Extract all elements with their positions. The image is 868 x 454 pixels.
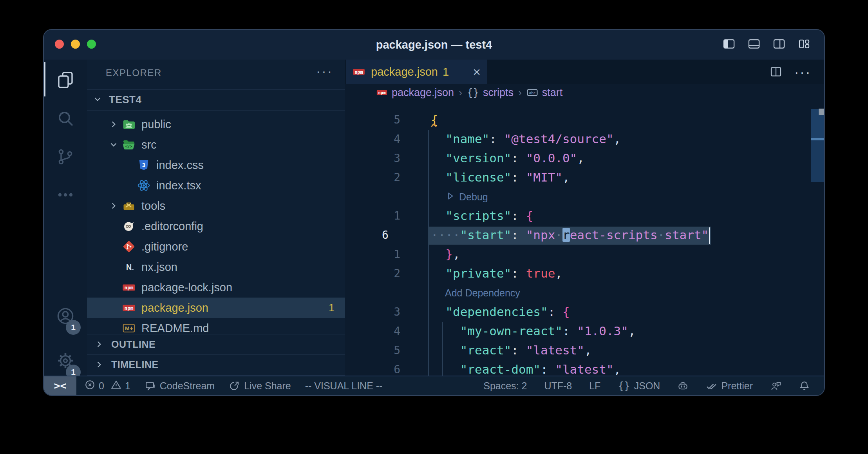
activity-bar-settings[interactable]: 1 — [44, 343, 87, 380]
chevron-right-icon — [108, 119, 122, 129]
code-line[interactable]: 2 "private": true, — [345, 264, 824, 283]
status-item-eol[interactable]: LF — [589, 380, 600, 392]
code-editor[interactable]: 5{^4 "name": "@test4/source",3 "version"… — [345, 101, 824, 376]
timeline-section[interactable]: TIMELINE — [87, 354, 345, 376]
line-number[interactable]: 6 — [368, 363, 400, 376]
line-number[interactable]: 1 — [368, 248, 400, 261]
codelens-debug[interactable]: Debug — [345, 187, 824, 207]
line-number[interactable]: 1 — [368, 209, 400, 222]
line-number[interactable]: 3 — [368, 305, 400, 318]
code-line[interactable]: 2 "license": "MIT", — [345, 168, 824, 187]
split-editor-icon[interactable] — [770, 60, 782, 84]
tree-item-editorconfig[interactable]: .editorconfig — [87, 216, 345, 236]
status-item-language-mode[interactable]: {}JSON — [618, 380, 660, 392]
file-name: src — [141, 138, 157, 151]
close-window-button[interactable] — [55, 40, 64, 49]
status-label: UTF-8 — [544, 380, 572, 392]
customize-layout-icon[interactable] — [797, 37, 811, 52]
codelens-add-dependency[interactable]: Add Dependency — [345, 283, 824, 303]
git-icon — [122, 240, 136, 254]
line-number[interactable]: 6 — [382, 229, 429, 242]
remote-indicator[interactable]: >< — [44, 376, 76, 395]
status-item-notifications[interactable] — [799, 380, 810, 392]
tree-item-gitignore[interactable]: .gitignore — [87, 236, 345, 257]
close-tab-icon[interactable]: × — [473, 65, 481, 78]
search-icon — [56, 109, 75, 129]
status-item-indentation[interactable]: Spaces: 2 — [483, 380, 527, 392]
tree-item-index-css[interactable]: 3index.css — [87, 155, 345, 175]
code-line[interactable]: 3 "dependencies": { — [345, 303, 824, 322]
code-line[interactable]: 4 "name": "@test4/source", — [345, 130, 824, 149]
status-item-vim-mode[interactable]: -- VISUAL LINE -- — [305, 380, 383, 392]
svg-text:abc: abc — [529, 91, 535, 95]
modified-count-badge: 1 — [329, 302, 335, 314]
status-item-formatter[interactable]: Prettier — [706, 380, 753, 392]
line-number[interactable]: 5 — [368, 344, 400, 357]
tree-item-tools[interactable]: tools — [87, 196, 345, 216]
tree-item-package-lock-json[interactable]: npmpackage-lock.json — [87, 277, 345, 298]
tab-package-json[interactable]: npm package.json 1 × — [346, 60, 487, 84]
file-tree: public</>src3index.cssindex.tsxtools.edi… — [87, 114, 345, 334]
code-line[interactable]: 6····"start": "npx·react-scripts·start" — [345, 226, 824, 245]
code-line[interactable]: 1 }, — [345, 245, 824, 264]
explorer-more-actions-icon[interactable]: ··· — [316, 64, 333, 79]
line-number[interactable]: 2 — [368, 171, 400, 184]
file-name: package.json — [141, 301, 208, 314]
nx-icon: N — [122, 260, 136, 274]
zoom-window-button[interactable] — [87, 40, 96, 49]
line-number[interactable]: 4 — [368, 325, 400, 338]
project-section-header[interactable]: TEST4 — [87, 89, 345, 111]
breadcrumb-package-json[interactable]: npmpackage.json — [376, 87, 454, 99]
tree-item-public[interactable]: public — [87, 114, 345, 134]
svg-text:M: M — [125, 325, 129, 331]
split-editor-layout-icon[interactable] — [772, 37, 786, 52]
toggle-panel-icon[interactable] — [747, 37, 761, 52]
file-name: index.tsx — [156, 179, 201, 192]
outline-section[interactable]: OUTLINE — [87, 334, 345, 355]
code-line[interactable]: 3 "version": "0.0.0", — [345, 149, 824, 168]
code-line[interactable]: 5 "react": "latest", — [345, 341, 824, 360]
editor-more-actions-icon[interactable]: ··· — [794, 60, 811, 84]
tree-item-nx-json[interactable]: Nnx.json — [87, 257, 345, 277]
code-line[interactable]: 4 "my-own-react": "1.0.3", — [345, 322, 824, 341]
breadcrumb-scripts[interactable]: {}scripts — [467, 87, 514, 99]
toggle-sidebar-icon[interactable] — [722, 37, 736, 52]
chevron-down-icon — [92, 94, 103, 106]
tree-item-readme-md[interactable]: MREADME.md — [87, 318, 345, 334]
status-item-live-share[interactable]: Live Share — [229, 380, 291, 392]
activity-bar-search[interactable] — [44, 100, 87, 138]
line-number[interactable]: 5 — [368, 113, 400, 126]
code-line[interactable]: 5{^ — [345, 111, 824, 130]
activity-bar-source-control[interactable] — [44, 139, 87, 176]
line-number[interactable]: 4 — [368, 133, 400, 145]
status-label: CodeStream — [160, 380, 215, 392]
status-item-encoding[interactable]: UTF-8 — [544, 380, 572, 392]
line-number[interactable]: 2 — [368, 267, 400, 280]
section-label: OUTLINE — [111, 339, 156, 350]
status-item-problems[interactable]: 01 — [84, 379, 130, 393]
scrollbar-thumb[interactable] — [811, 140, 824, 182]
status-item-codestream[interactable]: CodeStream — [145, 380, 215, 392]
minimize-window-button[interactable] — [71, 40, 80, 49]
tab-bar: npm package.json 1 × ··· — [345, 60, 824, 84]
tree-item-src[interactable]: </>src — [87, 134, 345, 155]
editor-group: npm package.json 1 × ··· npmpackage.json… — [345, 60, 824, 376]
breadcrumb-start[interactable]: abcstart — [526, 87, 563, 99]
status-item-copilot[interactable] — [677, 380, 689, 392]
activity-bar-accounts[interactable]: 1 — [44, 298, 87, 336]
status-item-feedback[interactable] — [770, 380, 781, 392]
line-number[interactable]: 3 — [368, 152, 400, 165]
tree-item-package-json[interactable]: npmpackage.json1 — [87, 298, 345, 318]
activity-bar-more-views[interactable] — [44, 177, 87, 214]
editorconfig-icon — [122, 219, 136, 233]
code-line[interactable]: 6 "react-dom": "latest", — [345, 360, 824, 376]
traffic-lights — [55, 40, 96, 49]
activity-bar: 11 — [44, 60, 88, 376]
warning-icon — [110, 379, 122, 393]
tree-item-index-tsx[interactable]: index.tsx — [87, 175, 345, 196]
activity-bar-explorer[interactable] — [44, 62, 87, 100]
tab-label: package.json — [371, 65, 438, 78]
code-line[interactable]: 1 "scripts": { — [345, 207, 824, 226]
breadcrumbs: npmpackage.json›{}scripts›abcstart — [345, 84, 824, 101]
chevron-right-icon — [94, 360, 104, 371]
